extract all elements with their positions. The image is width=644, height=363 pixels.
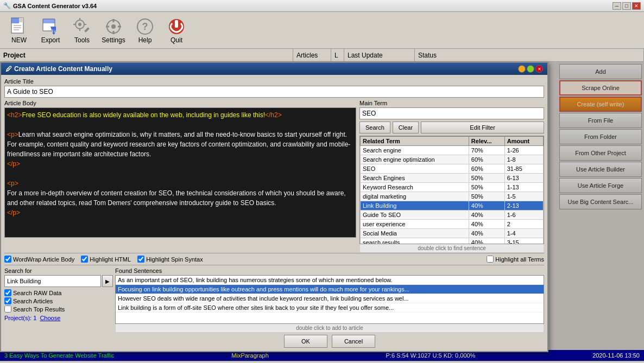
- relevance-cell: 40%: [469, 220, 504, 229]
- svg-text:?: ?: [142, 21, 148, 32]
- relevance-cell: 40%: [469, 238, 504, 245]
- search-button[interactable]: Search: [359, 122, 390, 133]
- table-row[interactable]: Search Engines 50% 6-13: [361, 174, 544, 183]
- project-col-header: Project: [0, 49, 293, 61]
- modal-close-btn[interactable]: ✕: [535, 65, 543, 73]
- checkbox-row: WordWrap Article Body Highlight HTML Hig…: [4, 253, 544, 265]
- list-item[interactable]: Focusing on link building opportunities …: [116, 285, 544, 294]
- highlight-terms-checkbox-label[interactable]: Highlight all Terms: [487, 256, 544, 263]
- table-row[interactable]: SEO 60% 31-85: [361, 164, 544, 174]
- maximize-btn[interactable]: □: [622, 2, 631, 10]
- amount-cell: 6-13: [504, 174, 543, 183]
- table-row[interactable]: digital marketing 50% 1-5: [361, 192, 544, 201]
- wordwrap-checkbox-label[interactable]: WordWrap Article Body: [4, 256, 74, 263]
- term-cell: Keyword Research: [361, 183, 469, 192]
- svg-rect-28: [175, 20, 178, 28]
- main-term-input[interactable]: [359, 107, 544, 119]
- table-row[interactable]: search results 40% 3-15: [361, 238, 544, 245]
- relevance-cell: 60%: [469, 164, 504, 174]
- search-articles-option[interactable]: Search Articles: [4, 297, 113, 304]
- table-row[interactable]: user experience 40% 2: [361, 220, 544, 229]
- app-title: GSA Content Generator v3.64: [13, 3, 97, 9]
- clear-button[interactable]: Clear: [393, 122, 419, 133]
- wordwrap-label: WordWrap Article Body: [13, 256, 74, 263]
- ok-cancel-row: OK Cancel: [115, 335, 544, 348]
- svg-rect-8: [43, 19, 55, 23]
- status-col-header: Status: [415, 49, 644, 61]
- search-top-checkbox[interactable]: [4, 305, 11, 313]
- svg-marker-11: [52, 33, 55, 35]
- article-title-input[interactable]: [4, 86, 544, 98]
- wordwrap-checkbox[interactable]: [4, 256, 11, 263]
- highlight-spin-checkbox[interactable]: [137, 256, 144, 263]
- modal-controls: ✕: [518, 65, 543, 73]
- new-button[interactable]: NEW: [4, 15, 34, 46]
- table-row[interactable]: Social Media 40% 1-4: [361, 229, 544, 238]
- choose-link[interactable]: Choose: [40, 315, 60, 321]
- sentences-panel: Found Sentences As an important part of …: [115, 268, 544, 348]
- tools-button[interactable]: Tools: [67, 15, 97, 46]
- modal-window: 🖊 Create Article Content Manually ✕ Arti…: [0, 62, 548, 352]
- table-row[interactable]: Search engine 70% 1-26: [361, 146, 544, 155]
- modal-overlay: 🖊 Create Article Content Manually ✕ Arti…: [0, 62, 644, 350]
- list-item[interactable]: Link building is a form of off-site SEO …: [116, 303, 544, 313]
- ok-button[interactable]: OK: [284, 335, 327, 348]
- settings-icon: [104, 17, 123, 36]
- search-row: Search Clear Edit Filter: [359, 122, 544, 133]
- term-cell: Search engine optimization: [361, 155, 469, 164]
- search-raw-checkbox[interactable]: [4, 289, 11, 296]
- help-button[interactable]: ? Help: [130, 15, 160, 46]
- minimize-btn[interactable]: ─: [613, 2, 621, 10]
- list-item[interactable]: However SEO deals with wide range of act…: [116, 294, 544, 303]
- svg-point-13: [78, 23, 81, 26]
- quit-button[interactable]: Quit: [162, 15, 191, 46]
- svg-point-20: [111, 24, 116, 29]
- svg-rect-1: [11, 18, 19, 23]
- amount-cell: 1-13: [504, 183, 543, 192]
- modal-icon: 🖊: [5, 65, 12, 73]
- close-btn[interactable]: ✕: [632, 2, 641, 10]
- term-cell: user experience: [361, 220, 469, 229]
- export-label: Export: [41, 36, 60, 44]
- modal-left-panel: Article Body <h2>Free SEO education is a…: [4, 100, 356, 253]
- export-button[interactable]: Export: [36, 15, 65, 46]
- related-terms-scroll[interactable]: Related Term Relev... Amount Search engi…: [359, 136, 544, 244]
- amount-cell: 31-85: [504, 164, 543, 174]
- help-icon: ?: [135, 17, 155, 36]
- amount-cell: 2: [504, 220, 543, 229]
- tools-icon: [72, 17, 92, 36]
- search-arrow-btn[interactable]: ▶: [102, 275, 113, 287]
- table-row[interactable]: Search engine optimization 60% 1-8: [361, 155, 544, 164]
- amount-cell: 1-6: [504, 211, 543, 220]
- modal-minimize-btn[interactable]: [518, 65, 526, 73]
- cancel-button[interactable]: Cancel: [332, 335, 375, 348]
- highlight-html-checkbox[interactable]: [81, 256, 88, 263]
- list-item[interactable]: As an important part of SEO, link buildi…: [116, 276, 544, 285]
- highlight-terms-checkbox[interactable]: [487, 256, 494, 263]
- settings-button[interactable]: Settings: [99, 15, 128, 46]
- article-body-label: Article Body: [4, 100, 356, 106]
- modal-maximize-btn[interactable]: [527, 65, 534, 73]
- search-top-option[interactable]: Search Top Results: [4, 305, 113, 313]
- article-body-area[interactable]: <h2>Free SEO education is also widely av…: [4, 107, 356, 238]
- search-articles-checkbox[interactable]: [4, 297, 11, 304]
- table-row[interactable]: Keyword Research 50% 1-13: [361, 183, 544, 192]
- highlight-html-checkbox-label[interactable]: Highlight HTML: [81, 256, 131, 263]
- amount-cell: 2-13: [504, 201, 543, 211]
- search-raw-option[interactable]: Search RAW Data: [4, 289, 113, 296]
- col-header-relevance: Relev...: [469, 137, 504, 146]
- edit-filter-button[interactable]: Edit Filter: [421, 122, 544, 133]
- highlight-spin-checkbox-label[interactable]: Highlight Spin Syntax: [137, 256, 203, 263]
- term-cell: Guide To SEO: [361, 211, 469, 220]
- article-title-group: Article Title: [4, 78, 544, 98]
- title-bar-left: 🔧 GSA Content Generator v3.64: [3, 2, 97, 9]
- amount-cell: 1-8: [504, 155, 543, 164]
- search-term-input[interactable]: [4, 275, 101, 287]
- col-header-term: Related Term: [361, 137, 469, 146]
- double-click-hint2: double click to add to article: [115, 324, 544, 333]
- table-row[interactable]: Guide To SEO 40% 1-6: [361, 211, 544, 220]
- table-row[interactable]: Link Building 40% 2-13: [361, 201, 544, 211]
- lastupdate-col-header: Last Update: [344, 49, 415, 61]
- quit-label: Quit: [171, 36, 182, 44]
- sentences-list[interactable]: As an important part of SEO, link buildi…: [115, 275, 544, 324]
